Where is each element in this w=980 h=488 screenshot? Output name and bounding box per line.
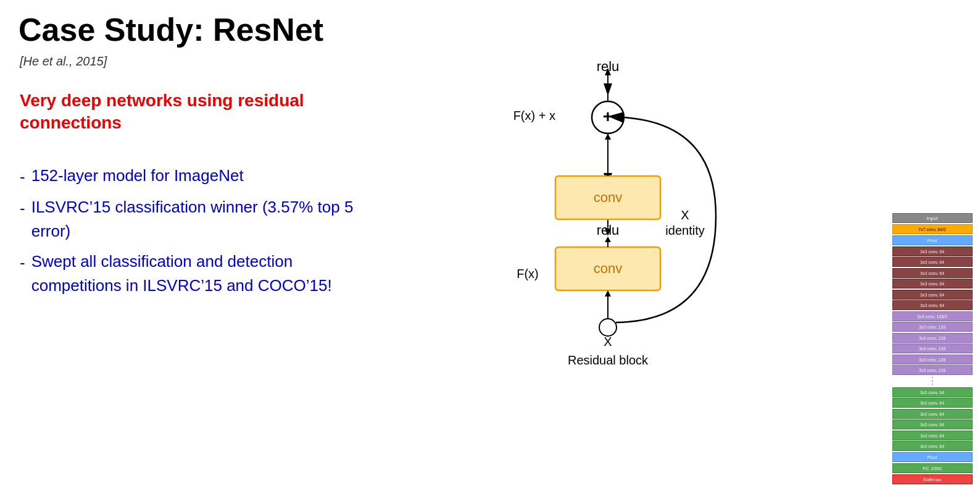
layer-m6: 3x3 conv, 64 <box>892 300 973 310</box>
layer-7x7conv: 7x7 conv, 64/2 <box>892 224 973 234</box>
layer-m3: 3x3 conv, 64 <box>892 268 973 278</box>
svg-point-11 <box>599 319 617 336</box>
bullet-3-text: Swept all classification and detection c… <box>31 250 384 298</box>
layer-g1: 3x3 conv, 64 <box>892 387 973 397</box>
x-identity-label: X <box>681 208 689 222</box>
layer-softmax: Softmax <box>892 474 973 484</box>
layer-p2: 3x3 conv, 128 <box>892 322 973 332</box>
bullet-2-text: ILSVRC’15 classification winner (3.57% t… <box>31 195 384 243</box>
layer-g6: 3x3 conv, 64 <box>892 441 973 451</box>
bullet-2: - ILSVRC’15 classification winner (3.57%… <box>20 195 384 243</box>
maroon-group-3: 3x3 conv, 64 3x3 conv, 64 <box>892 290 973 310</box>
dash-icon-3: - <box>20 251 25 275</box>
svg-text:+: + <box>603 107 613 126</box>
layer-pool-1: Pool <box>892 235 973 245</box>
fx-label: F(x) <box>517 267 539 280</box>
layer-g3: 3x3 conv, 64 <box>892 409 973 419</box>
svg-marker-13 <box>605 290 611 297</box>
dash-icon-2: - <box>20 196 25 221</box>
bullet-1: - 152-layer model for ImageNet <box>20 164 384 189</box>
residual-block-label: Residual block <box>568 353 649 367</box>
layer-g4: 3x3 conv, 64 <box>892 419 973 429</box>
x-label: X <box>604 335 612 348</box>
ellipsis-separator: ⋮ <box>928 376 937 386</box>
layer-m2: 3x3 conv, 64 <box>892 257 973 267</box>
purple-group-3: 3x3 conv, 128 3x3 conv, 128 <box>892 355 973 375</box>
tagline: Very deep networks using residual connec… <box>20 90 365 135</box>
bullet-1-text: 152-layer model for ImageNet <box>31 164 244 188</box>
residual-block-diagram: relu + F(x) + x conv relu conv <box>420 37 778 457</box>
layer-p1: 3x3 conv, 128/2 <box>892 311 973 321</box>
dash-icon: - <box>20 165 25 189</box>
layer-m4: 3x3 conv, 64 <box>892 279 973 288</box>
conv-bottom-label: conv <box>594 261 622 276</box>
maroon-group-1: 3x3 conv, 64 3x3 conv, 64 <box>892 246 973 267</box>
svg-marker-20 <box>605 133 611 140</box>
green-group-3: 3x3 conv, 64 3x3 conv, 64 <box>892 431 973 451</box>
layer-input: Input <box>892 213 973 223</box>
page-title: Case Study: ResNet <box>19 11 323 48</box>
network-architecture-sidebar: Input 7x7 conv, 64/2 Pool 3x3 conv, 64 3… <box>884 0 980 488</box>
layer-pool-2: Pool <box>892 452 973 462</box>
conv-top-label: conv <box>594 190 622 205</box>
layer-p6: 3x3 conv, 128 <box>892 365 973 375</box>
layer-g5: 3x3 conv, 64 <box>892 431 973 440</box>
green-group-2: 3x3 conv, 64 3x3 conv, 64 <box>892 409 973 429</box>
layer-p4: 3x3 conv, 128 <box>892 343 973 353</box>
layer-m5: 3x3 conv, 64 <box>892 290 973 300</box>
fx-plus-x-label: F(x) + x <box>513 109 555 122</box>
purple-group-1: 3x3 conv, 128/2 3x3 conv, 128 <box>892 311 973 332</box>
citation: [He et al., 2015] <box>20 54 107 69</box>
green-group-1: 3x3 conv, 64 3x3 conv, 64 <box>892 387 973 408</box>
layer-g2: 3x3 conv, 64 <box>892 398 973 408</box>
layer-p3: 3x3 conv, 128 <box>892 333 973 343</box>
layer-p5: 3x3 conv, 128 <box>892 355 973 364</box>
layer-m1: 3x3 conv, 64 <box>892 246 973 256</box>
maroon-group-2: 3x3 conv, 64 3x3 conv, 64 <box>892 268 973 288</box>
identity-label: identity <box>665 224 704 237</box>
bullet-3: - Swept all classification and detection… <box>20 250 384 298</box>
layer-fc1000: FC 1000 <box>892 463 973 473</box>
purple-group-2: 3x3 conv, 128 3x3 conv, 128 <box>892 333 973 353</box>
bullet-list: - 152-layer model for ImageNet - ILSVRC’… <box>20 164 384 304</box>
